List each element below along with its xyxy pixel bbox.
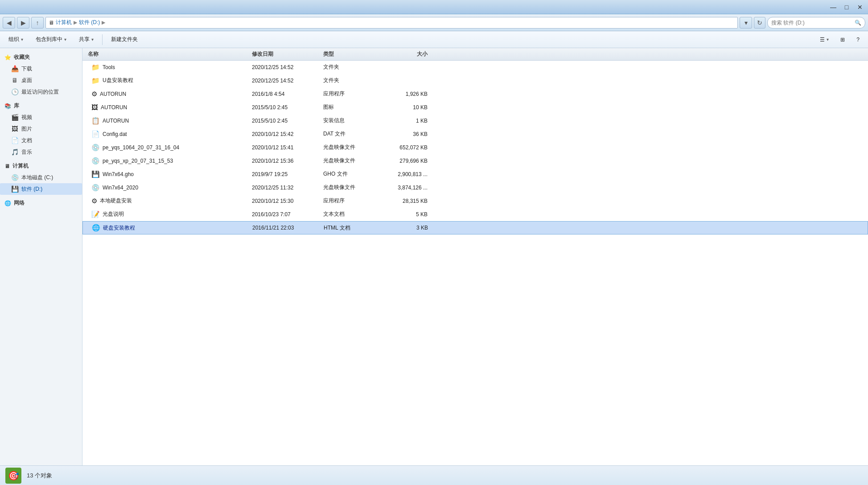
sidebar-item-software_d[interactable]: 💾软件 (D:): [0, 183, 82, 195]
main-container: ⭐收藏夹📥下载🖥桌面🕒最近访问的位置📚库🎬视频🖼图片📄文档🎵音乐🖥计算机💿本地磁…: [0, 48, 868, 465]
table-row[interactable]: 📄Config.dat2020/10/12 15:42DAT 文件36 KB: [82, 127, 868, 141]
table-row[interactable]: 💿pe_yqs_xp_20_07_31_15_532020/10/12 15:3…: [82, 154, 868, 168]
file-icon: 📝: [91, 210, 100, 218]
sidebar-item-image[interactable]: 🖼图片: [0, 123, 82, 135]
table-row[interactable]: ⚙AUTORUN2016/1/8 4:54应用程序1,926 KB: [82, 87, 868, 101]
help-button[interactable]: ?: [852, 33, 864, 46]
table-row[interactable]: 💾Win7x64.gho2019/9/7 19:25GHO 文件2,900,81…: [82, 168, 868, 181]
address-right: ▾ ↻ 🔍: [740, 17, 865, 29]
table-row[interactable]: 🖼AUTORUN2015/5/10 2:45图标10 KB: [82, 101, 868, 114]
table-row[interactable]: 💿Win7x64_20202020/12/25 11:32光盘映像文件3,874…: [82, 181, 868, 194]
sidebar-item-icon-video: 🎬: [11, 113, 19, 121]
col-header-size[interactable]: 大小: [381, 50, 435, 58]
col-header-type[interactable]: 类型: [323, 50, 381, 58]
view-button[interactable]: ☰ ▾: [815, 33, 834, 46]
sidebar-item-icon-music: 🎵: [11, 148, 19, 156]
file-name-text: Config.dat: [103, 131, 127, 137]
file-name-text: Win7x64_2020: [103, 185, 138, 191]
file-type-cell: 光盘映像文件: [323, 144, 381, 151]
status-count: 13 个对象: [27, 472, 52, 480]
file-icon: 💿: [91, 144, 100, 152]
sidebar-item-local_c[interactable]: 💿本地磁盘 (C:): [0, 172, 82, 183]
table-row[interactable]: 📋AUTORUN2015/5/10 2:45安装信息1 KB: [82, 114, 868, 127]
search-input[interactable]: [771, 20, 853, 26]
sidebar-header-network[interactable]: 🌐网络: [0, 197, 82, 209]
sidebar-header-icon-network: 🌐: [4, 200, 11, 206]
close-button[interactable]: ✕: [854, 2, 866, 12]
minimize-button[interactable]: —: [827, 2, 839, 12]
file-size-cell: 1,926 KB: [381, 91, 435, 97]
file-date-cell: 2015/5/10 2:45: [252, 104, 323, 111]
file-date-cell: 2016/11/21 22:03: [252, 225, 324, 231]
path-crumb-software[interactable]: 软件 (D:): [79, 19, 100, 26]
file-date-cell: 2020/12/25 14:52: [252, 78, 323, 84]
table-row[interactable]: 📁Tools2020/12/25 14:52文件夹: [82, 61, 868, 74]
path-crumb-computer[interactable]: 计算机: [56, 19, 72, 26]
sidebar-item-recent[interactable]: 🕒最近访问的位置: [0, 86, 82, 98]
share-button[interactable]: 共享 ▾: [74, 33, 99, 46]
title-bar: — □ ✕: [0, 0, 868, 14]
toolbar: 组织 ▾ 包含到库中 ▾ 共享 ▾ 新建文件夹 ☰ ▾ ⊞ ?: [0, 31, 868, 48]
sidebar-header-computer[interactable]: 🖥计算机: [0, 160, 82, 172]
sidebar-header-favorites[interactable]: ⭐收藏夹: [0, 52, 82, 63]
file-type-cell: 文本文档: [323, 210, 381, 218]
file-name-text: pe_yqs_1064_20_07_31_16_04: [103, 144, 179, 151]
sidebar-header-label-library: 库: [14, 102, 19, 110]
sidebar-header-icon-favorites: ⭐: [4, 54, 11, 61]
file-name-text: pe_yqs_xp_20_07_31_15_53: [103, 158, 173, 164]
file-name-text: AUTORUN: [103, 118, 129, 124]
file-icon: 💿: [91, 157, 100, 165]
file-area[interactable]: 名称 修改日期 类型 大小 📁Tools2020/12/25 14:52文件夹📁…: [82, 48, 868, 465]
new-folder-label: 新建文件夹: [111, 36, 138, 43]
file-icon: 💿: [91, 184, 100, 192]
forward-button[interactable]: ▶: [17, 17, 29, 29]
file-icon: 🌐: [92, 224, 100, 232]
sidebar-header-library[interactable]: 📚库: [0, 100, 82, 111]
library-button[interactable]: 包含到库中 ▾: [31, 33, 71, 46]
col-header-name[interactable]: 名称: [82, 50, 252, 58]
col-header-date[interactable]: 修改日期: [252, 50, 323, 58]
file-name-text: 光盘说明: [103, 210, 124, 218]
up-button[interactable]: ↑: [31, 17, 44, 29]
organize-button[interactable]: 组织 ▾: [4, 33, 28, 46]
file-date-cell: 2016/1/8 4:54: [252, 91, 323, 97]
sidebar-item-docs[interactable]: 📄文档: [0, 135, 82, 146]
file-type-cell: 光盘映像文件: [323, 157, 381, 164]
file-size-cell: 10 KB: [381, 104, 435, 111]
table-row[interactable]: 📝光盘说明2016/10/23 7:07文本文档5 KB: [82, 208, 868, 221]
file-date-cell: 2020/10/12 15:42: [252, 131, 323, 137]
file-name-text: 本地硬盘安装: [100, 197, 132, 205]
file-size-cell: 5 KB: [381, 211, 435, 218]
sidebar-section-library: 📚库🎬视频🖼图片📄文档🎵音乐: [0, 100, 82, 158]
table-row[interactable]: 📁U盘安装教程2020/12/25 14:52文件夹: [82, 74, 868, 87]
dropdown-button[interactable]: ▾: [740, 17, 752, 29]
file-date-cell: 2020/10/12 15:30: [252, 198, 323, 204]
file-name-text: Win7x64.gho: [103, 171, 134, 177]
file-date-cell: 2020/10/12 15:41: [252, 144, 323, 151]
sidebar: ⭐收藏夹📥下载🖥桌面🕒最近访问的位置📚库🎬视频🖼图片📄文档🎵音乐🖥计算机💿本地磁…: [0, 48, 82, 465]
table-row[interactable]: 💿pe_yqs_1064_20_07_31_16_042020/10/12 15…: [82, 141, 868, 154]
sidebar-item-desktop[interactable]: 🖥桌面: [0, 74, 82, 86]
file-date-cell: 2019/9/7 19:25: [252, 171, 323, 177]
table-row[interactable]: ⚙本地硬盘安装2020/10/12 15:30应用程序28,315 KB: [82, 194, 868, 208]
sidebar-item-download[interactable]: 📥下载: [0, 63, 82, 74]
new-folder-button[interactable]: 新建文件夹: [106, 33, 143, 46]
file-icon: 📁: [91, 77, 100, 85]
back-button[interactable]: ◀: [3, 17, 15, 29]
sidebar-item-icon-download: 📥: [11, 65, 19, 73]
organize-dropdown-icon: ▾: [21, 37, 23, 42]
sidebar-header-icon-computer: 🖥: [4, 163, 10, 169]
file-name-text: U盘安装教程: [103, 77, 133, 84]
maximize-button[interactable]: □: [840, 2, 853, 12]
file-size-cell: 2,900,813 ...: [381, 171, 435, 177]
refresh-button[interactable]: ↻: [754, 17, 765, 29]
file-size-cell: 652,072 KB: [381, 144, 435, 151]
sidebar-item-music[interactable]: 🎵音乐: [0, 146, 82, 158]
sidebar-item-video[interactable]: 🎬视频: [0, 111, 82, 123]
address-path[interactable]: 🖥 计算机 ▶ 软件 (D:) ▶: [45, 17, 738, 29]
file-name-cell: ⚙本地硬盘安装: [82, 197, 252, 205]
file-type-cell: 光盘映像文件: [323, 184, 381, 191]
search-box: 🔍: [767, 17, 865, 29]
layout-button[interactable]: ⊞: [835, 33, 850, 46]
table-row[interactable]: 🌐硬盘安装教程2016/11/21 22:03HTML 文档3 KB: [82, 221, 868, 234]
